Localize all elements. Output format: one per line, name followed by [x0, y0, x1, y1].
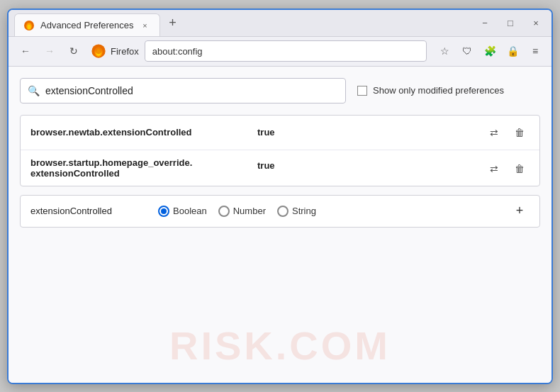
- close-button[interactable]: ×: [526, 13, 546, 33]
- forward-button[interactable]: →: [40, 41, 60, 61]
- search-row: 🔍 Show only modified preferences: [20, 78, 540, 103]
- table-row: browser.newtab.extensionControlled true …: [21, 116, 539, 150]
- back-button[interactable]: ←: [16, 41, 35, 61]
- show-modified-checkbox[interactable]: [357, 86, 367, 96]
- pref-value: true: [257, 160, 484, 171]
- content-area: RISK.COM 🔍 Show only modified preference…: [9, 67, 551, 383]
- firefox-label: Firefox: [111, 46, 139, 57]
- firefox-logo-icon: [91, 43, 106, 59]
- tab-title: Advanced Preferences: [40, 20, 134, 30]
- pref-name-multi: browser.startup.homepage_override. exten…: [30, 157, 257, 179]
- radio-number[interactable]: Number: [218, 206, 266, 217]
- extension-icon[interactable]: 🧩: [481, 42, 499, 60]
- pref-name-line2: extensionControlled: [30, 168, 257, 179]
- radio-string[interactable]: String: [277, 206, 316, 217]
- bookmark-icon[interactable]: ☆: [435, 42, 454, 60]
- new-pref-row: extensionControlled Boolean Number Strin…: [20, 195, 540, 228]
- pref-name-line1: browser.startup.homepage_override.: [30, 157, 257, 168]
- search-box[interactable]: 🔍: [20, 78, 346, 103]
- tab-close-btn[interactable]: ×: [140, 20, 151, 31]
- new-pref-name: extensionControlled: [30, 206, 144, 216]
- show-modified-label: Show only modified preferences: [373, 85, 504, 96]
- title-bar: Advanced Preferences × + − □ ×: [9, 10, 551, 37]
- address-text: about:config: [152, 46, 203, 57]
- radio-string-label: String: [292, 206, 316, 216]
- table-row: browser.startup.homepage_override. exten…: [21, 150, 539, 186]
- show-modified-area[interactable]: Show only modified preferences: [357, 85, 504, 96]
- minimize-button[interactable]: −: [475, 13, 495, 33]
- pref-value: true: [257, 127, 484, 138]
- svg-point-2: [28, 24, 31, 29]
- watermark: RISK.COM: [169, 323, 391, 369]
- toggle-button[interactable]: ⇄: [484, 123, 504, 142]
- radio-number-label: Number: [233, 206, 266, 216]
- pref-name: browser.newtab.extensionControlled: [30, 127, 257, 138]
- address-bar[interactable]: about:config: [145, 40, 427, 62]
- radio-string-circle: [277, 206, 289, 217]
- radio-group: Boolean Number String: [158, 206, 495, 217]
- radio-boolean[interactable]: Boolean: [158, 206, 207, 217]
- search-icon: 🔍: [28, 85, 40, 96]
- svg-point-6: [95, 46, 102, 54]
- active-tab[interactable]: Advanced Preferences ×: [14, 13, 160, 36]
- nav-bar: ← → ↻ Firefox about:config ☆ 🛡 🧩 🔒 ≡: [9, 37, 551, 67]
- delete-button[interactable]: 🗑: [510, 123, 530, 142]
- results-table: browser.newtab.extensionControlled true …: [20, 115, 540, 186]
- maximize-button[interactable]: □: [500, 13, 520, 33]
- radio-boolean-label: Boolean: [173, 206, 207, 216]
- radio-number-circle: [218, 206, 230, 217]
- tab-favicon: [23, 20, 35, 31]
- new-tab-button[interactable]: +: [163, 13, 183, 33]
- search-input[interactable]: [45, 85, 338, 96]
- add-pref-button[interactable]: +: [510, 201, 530, 221]
- radio-boolean-circle: [158, 206, 169, 217]
- menu-icon[interactable]: ≡: [526, 42, 544, 60]
- browser-window: Advanced Preferences × + − □ × ← → ↻ Fir…: [7, 9, 553, 384]
- refresh-button[interactable]: ↻: [64, 41, 84, 61]
- lock-icon[interactable]: 🔒: [503, 42, 522, 60]
- toggle-button[interactable]: ⇄: [484, 159, 504, 179]
- shield-icon[interactable]: 🛡: [458, 42, 476, 60]
- window-controls: − □ ×: [475, 13, 546, 33]
- nav-icons: ☆ 🛡 🧩 🔒 ≡: [435, 42, 544, 60]
- delete-button[interactable]: 🗑: [510, 159, 530, 179]
- row-actions: ⇄ 🗑: [484, 123, 530, 142]
- row-actions: ⇄ 🗑: [484, 159, 530, 179]
